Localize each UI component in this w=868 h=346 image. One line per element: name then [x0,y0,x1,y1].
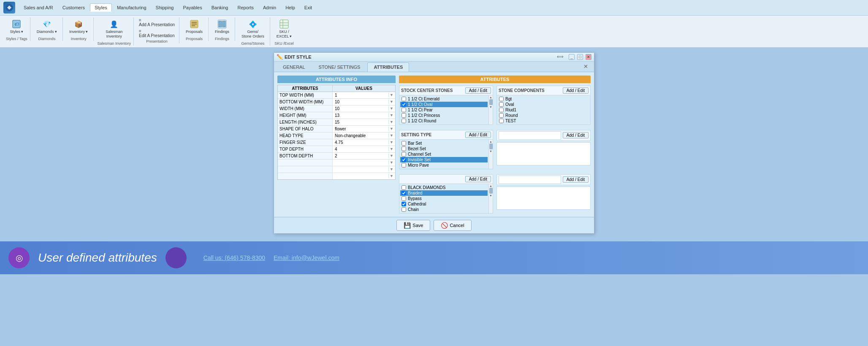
tab-stone-settings[interactable]: STONE/ SETTINGS [312,62,367,72]
dropdown-arrow-3[interactable]: ▼ [388,113,394,117]
scroll-up-arrow[interactable]: ▲ [489,140,492,143]
table-row: BOTTOM WIDTH (MM) 10 ▼ [278,99,395,105]
attr-value-7: 4.75 ▼ [333,139,395,146]
scroll-thumb[interactable] [489,188,493,194]
nav-help[interactable]: Help [281,4,299,11]
edit-icon: ✏️ [277,54,283,60]
dropdown-arrow-0[interactable]: ▼ [388,93,394,97]
minimize-button[interactable]: _ [569,54,575,60]
setting-0-checkbox[interactable] [401,141,406,146]
ribbon-btn-findings[interactable]: Findings [212,17,232,36]
scroll-up-arrow[interactable]: ▲ [489,96,492,99]
ribbon-btn-add-presentation[interactable]: ≡ Add A Presentation [137,17,176,27]
stone-components-add-edit-button[interactable]: Add / Edit [563,87,589,94]
sec4-list-scrollbar[interactable]: ▲ ▼ [488,184,493,213]
scroll-up-arrow[interactable]: ▲ [489,184,492,187]
tab-close-button[interactable]: ✕ [580,62,591,72]
stone-comp-2-checkbox[interactable] [499,108,504,112]
maximize-button[interactable]: □ [577,54,583,60]
scroll-thumb[interactable] [489,99,493,105]
ribbon-btn-salesman[interactable]: 👤 Salesman Inventory [103,17,125,41]
section3-textarea[interactable] [496,142,591,165]
setting-list-scrollbar[interactable]: ▲ ▼ [488,140,493,169]
stock-item-3-checkbox[interactable] [401,113,406,118]
stone-comp-1-checkbox[interactable] [499,102,504,107]
dropdown-arrow-12[interactable]: ▼ [388,174,394,178]
dropdown-arrow-2[interactable]: ▼ [388,106,394,111]
stone-comp-3-checkbox[interactable] [499,113,504,118]
nav-manufacturing[interactable]: Manufacturing [113,4,151,11]
section5-textarea[interactable] [496,187,591,210]
dropdown-arrow-1[interactable]: ▼ [388,100,394,104]
nav-styles[interactable]: Styles [90,3,112,12]
sec4-0-checkbox[interactable] [401,185,406,190]
table-row: ▼ [278,159,395,166]
cancel-button[interactable]: 🚫 Cancel [434,220,471,231]
attr-name-3: HEIGHT (MM) [278,112,333,119]
stock-item-1-checkbox[interactable] [401,102,406,107]
scroll-down-arrow[interactable]: ▼ [489,194,492,197]
stock-center-stones-add-edit-button[interactable]: Add / Edit [465,87,491,94]
section3-name-input[interactable] [499,131,561,140]
window-close-button[interactable]: ✕ [586,54,591,60]
stone-comp-4-checkbox[interactable] [499,119,504,123]
dropdown-arrow-8[interactable]: ▼ [388,147,394,151]
dropdown-arrow-9[interactable]: ▼ [388,154,394,158]
sec4-4-checkbox[interactable] [401,207,406,212]
setting-1-checkbox[interactable] [401,146,406,151]
section5: Add / Edit [496,174,591,214]
ribbon-btn-inventory[interactable]: 📦 Inventory ▾ [66,17,91,36]
nav-sales[interactable]: Sales and A/R [19,4,57,11]
sec4-3-checkbox[interactable] [401,202,406,206]
nav-customers[interactable]: Customers [58,4,89,11]
setting-4-checkbox[interactable] [401,163,406,168]
scroll-down-arrow[interactable]: ▼ [489,105,492,108]
dropdown-arrow-11[interactable]: ▼ [388,167,394,171]
dropdown-arrow-10[interactable]: ▼ [388,160,394,165]
window-titlebar: ✏️ EDIT STYLE ⟺ _ □ ✕ [274,53,594,62]
nav-reports[interactable]: Reports [233,4,258,11]
footer-phone[interactable]: Call us: (646) 578-8300 [203,254,265,261]
section5-add-edit-button[interactable]: Add / Edit [563,176,589,183]
tab-attributes[interactable]: ATTRIBUTES [367,62,409,72]
ribbon-btn-proposals[interactable]: Proposals [183,17,206,36]
ribbon-btn-diamonds[interactable]: 💎 Diamonds ▾ [34,17,60,36]
dropdown-arrow-6[interactable]: ▼ [388,133,394,138]
attributes-info-header: ATTRIBUTES INFO [277,76,396,83]
dropdown-arrow-5[interactable]: ▼ [388,127,394,131]
list-item: Bgt [498,96,589,102]
bottom-sections: Add / Edit BLACK DIAMONDS [399,174,591,214]
ribbon-btn-sku[interactable]: SKU / EXCEL ▾ [274,17,295,41]
sec4-1-checkbox[interactable] [401,191,406,195]
stock-item-2-checkbox[interactable] [401,108,406,112]
nav-admin[interactable]: Admin [259,4,280,11]
attr-name-11 [278,166,333,173]
scroll-down-arrow[interactable]: ▼ [489,150,492,153]
dropdown-arrow-4[interactable]: ▼ [388,120,394,124]
nav-payables[interactable]: Payables [179,4,206,11]
nav-banking[interactable]: Banking [207,4,233,11]
ribbon-btn-styles[interactable]: 🏷 Styles ▾ [7,17,26,36]
nav-shipping[interactable]: Shipping [152,4,178,11]
ribbon-btn-gems[interactable]: 💠 Gems/ Stone Orders [239,17,267,41]
stock-list-scrollbar[interactable]: ▲ ▼ [488,95,493,124]
setting-3-checkbox[interactable] [401,157,406,162]
tab-general[interactable]: GENERAL [277,62,312,72]
ribbon-btn-edit-presentation[interactable]: ≡ Edit A Presentation [137,28,176,38]
stock-item-4-checkbox[interactable] [401,119,406,123]
stone-comp-0-checkbox[interactable] [499,97,504,101]
list-item: Chain [400,207,488,212]
setting-2-checkbox[interactable] [401,152,406,157]
section3-add-edit-button[interactable]: Add / Edit [563,132,589,138]
stock-item-0-checkbox[interactable] [401,97,406,101]
footer-email[interactable]: Email: info@wJewel.com [274,254,339,261]
scroll-thumb[interactable] [489,143,493,149]
attr-name-4: LENGTH (INCHES) [278,119,333,125]
sec4-2-checkbox[interactable] [401,196,406,201]
nav-exit[interactable]: Exit [300,4,316,11]
dropdown-arrow-7[interactable]: ▼ [388,140,394,144]
section5-name-input[interactable] [499,176,561,184]
setting-type-add-edit-button[interactable]: Add / Edit [465,132,491,138]
save-button[interactable]: 💾 Save [396,220,430,231]
section4-add-edit-button[interactable]: Add / Edit [465,176,491,182]
